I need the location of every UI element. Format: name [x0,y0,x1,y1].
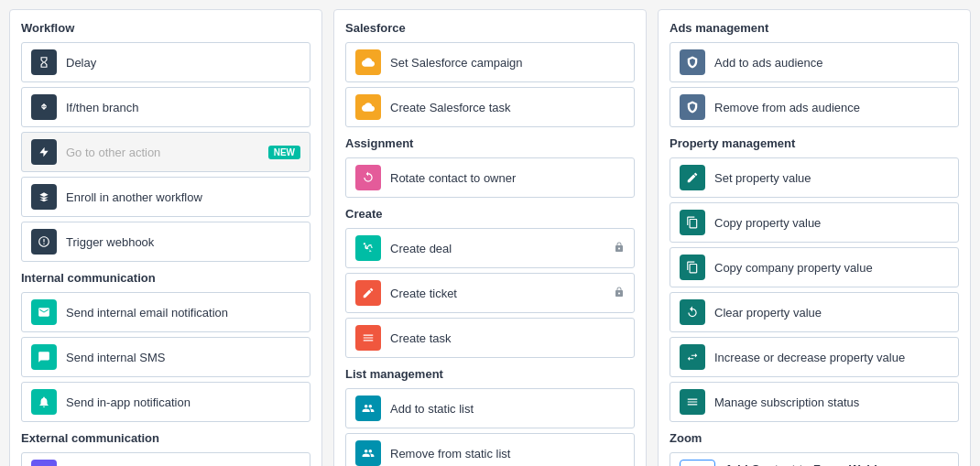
label-zoom-webinar: Add Contact to Zoom Webinar [724,462,949,467]
icon-remove-static [355,440,381,466]
action-item-set-prop[interactable]: Set property value [670,157,959,198]
icon-rotate-owner [355,165,381,190]
section-title-zoom: Zoom [670,431,959,445]
icon-inapp [31,389,57,415]
action-item-manage-sub[interactable]: Manage subscription status [670,382,959,422]
action-item-add-static[interactable]: Add to static list [345,388,635,428]
action-item-create-deal[interactable]: Create deal [345,228,635,268]
action-item-goto[interactable]: Go to other actionNEW [21,132,310,172]
icon-remove-ads [680,94,705,120]
section-title-ads-management: Ads management [670,21,959,35]
label-increase-prop: Increase or decrease property value [714,351,949,364]
icon-sms [31,344,57,370]
new-badge: NEW [268,146,300,159]
action-item-delay[interactable]: Delay [21,42,310,82]
section-title-property-management: Property management [670,136,959,150]
action-item-clear-prop[interactable]: Clear property value [670,292,959,332]
column-col2: SalesforceSet Salesforce campaignCreate … [333,9,647,466]
action-item-create-ticket[interactable]: Create ticket [345,273,635,313]
zoom-logo: zoom [680,460,715,466]
label-rotate-owner: Rotate contact to owner [390,171,625,185]
icon-send-email [31,460,57,466]
action-item-sms[interactable]: Send internal SMS [21,337,310,377]
section-title-list-management: List management [345,367,635,381]
column-col3: Ads managementAdd to ads audienceRemove … [658,9,971,466]
icon-add-ads [680,49,705,75]
action-item-remove-static[interactable]: Remove from static list [345,433,635,466]
action-item-increase-prop[interactable]: Increase or decrease property value [670,337,959,377]
icon-enroll [31,184,57,210]
icon-add-static [355,396,381,421]
action-item-email-notif[interactable]: Send internal email notification [21,292,310,332]
icon-clear-prop [680,299,705,325]
label-set-prop: Set property value [714,171,949,185]
action-item-remove-ads[interactable]: Remove from ads audience [670,87,959,127]
section-title-assignment: Assignment [345,136,635,150]
label-add-ads: Add to ads audience [714,56,949,70]
label-remove-static: Remove from static list [390,447,625,461]
section-title-internal-communication: Internal communication [21,271,310,285]
label-create-deal: Create deal [390,242,614,255]
label-add-static: Add to static list [390,402,625,416]
icon-goto [31,139,57,165]
label-ifthen: If/then branch [66,101,300,114]
action-item-add-ads[interactable]: Add to ads audience [670,42,959,82]
icon-sf-task [355,94,381,120]
icon-copy-prop [680,210,705,235]
label-enroll: Enroll in another workflow [66,190,300,204]
label-clear-prop: Clear property value [714,306,949,320]
section-title-external-communication: External communication [21,431,310,445]
action-item-enroll[interactable]: Enroll in another workflow [21,177,310,217]
section-title-workflow: Workflow [21,21,310,35]
icon-create-ticket [355,280,381,306]
label-manage-sub: Manage subscription status [714,396,949,409]
section-title-salesforce: Salesforce [345,21,635,35]
column-col1: WorkflowDelayIf/then branchGo to other a… [9,9,322,466]
label-sf-task: Create Salesforce task [390,101,625,114]
action-item-copy-prop[interactable]: Copy property value [670,202,959,243]
section-title-create: Create [345,207,635,221]
action-item-copy-company-prop[interactable]: Copy company property value [670,247,959,287]
label-inapp: Send in-app notification [66,396,300,409]
icon-set-prop [680,165,705,190]
lock-icon [614,287,625,300]
action-item-webhook[interactable]: Trigger webhook [21,222,310,262]
icon-email-notif [31,299,57,325]
action-item-create-task[interactable]: Create task [345,318,635,358]
label-remove-ads: Remove from ads audience [714,101,949,114]
label-create-task: Create task [390,331,625,345]
action-item-inapp[interactable]: Send in-app notification [21,382,310,422]
action-item-ifthen[interactable]: If/then branch [21,87,310,127]
action-item-rotate-owner[interactable]: Rotate contact to owner [345,157,635,198]
label-sms: Send internal SMS [66,351,300,364]
main-container: WorkflowDelayIf/then branchGo to other a… [9,9,971,466]
icon-sf-campaign [355,49,381,75]
icon-webhook [31,229,57,255]
action-item-send-email[interactable]: Send email [21,452,310,466]
action-item-zoom-webinar[interactable]: zoomAdd Contact to Zoom Webinar [670,452,959,466]
label-email-notif: Send internal email notification [66,306,300,320]
label-copy-company-prop: Copy company property value [714,261,949,275]
label-sf-campaign: Set Salesforce campaign [390,56,625,70]
icon-create-deal [355,235,381,261]
icon-create-task [355,325,381,351]
icon-delay [31,49,57,75]
label-copy-prop: Copy property value [714,216,949,230]
label-delay: Delay [66,56,300,70]
action-item-sf-campaign[interactable]: Set Salesforce campaign [345,42,635,82]
icon-ifthen [31,94,57,120]
icon-copy-company-prop [680,255,705,280]
icon-increase-prop [680,344,705,370]
icon-manage-sub [680,389,705,415]
label-goto: Go to other action [66,146,268,159]
lock-icon [614,242,625,255]
action-item-sf-task[interactable]: Create Salesforce task [345,87,635,127]
label-create-ticket: Create ticket [390,287,614,300]
label-webhook: Trigger webhook [66,235,300,249]
